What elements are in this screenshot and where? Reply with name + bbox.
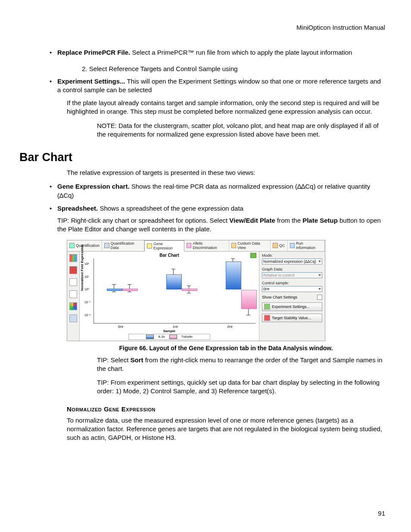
legend-il1b: IL1b (158, 335, 165, 339)
tab-custom-data-view[interactable]: Custom Data View (229, 240, 271, 251)
step-2: 2. Select Reference Targets and Control … (82, 65, 385, 73)
note-clustergram: NOTE: Data for the clustergram, scatter … (97, 121, 385, 139)
barchart-intro: The relative expression of targets is pr… (67, 168, 385, 177)
show-chart-settings-checkbox[interactable] (317, 295, 322, 300)
experiment-settings-label: Experiment Settings... (272, 305, 310, 309)
subhead-normalized: Normalized Gene Expression (67, 405, 385, 413)
barchart-icon (147, 243, 152, 249)
bar-il1b-2hr (226, 261, 241, 289)
bar-tubulin-1hr (182, 289, 197, 291)
tip2a: TIP: Select (97, 356, 131, 364)
clustergram-tool-icon[interactable] (69, 266, 77, 274)
para-plate-layout: If the plate layout already contains tar… (67, 99, 385, 116)
tab-qc[interactable]: QC (271, 240, 288, 251)
chart-legend: IL1b Tubulin (128, 334, 210, 340)
bullet-replace-primepcr: Replace PrimePCR File. Select a PrimePCR… (50, 48, 385, 57)
tab-run-information-label: Run Information (296, 241, 322, 250)
ss-text: Shows a spreadsheet of the gene expressi… (98, 205, 243, 212)
scatter-icon (187, 243, 192, 248)
heading-bar-chart: Bar Chart (19, 151, 385, 164)
graph-data-select[interactable]: Relative to control (262, 272, 322, 278)
ss-bold: Spreadsheet. (57, 205, 98, 212)
tip1d: Plate Setup (302, 217, 338, 224)
chart-icon (69, 243, 75, 248)
tab-custom-data-view-label: Custom Data View (237, 241, 268, 250)
normalized-paragraph: To normalize data, use the measured expr… (67, 416, 385, 442)
custom-icon (231, 243, 237, 248)
ytick: 10⁻² (84, 314, 90, 317)
mode-label: Mode: (262, 253, 322, 258)
data-analysis-window: Quantification Quantification Data Gene … (67, 240, 325, 341)
graph-data-value: Relative to control (263, 273, 294, 277)
mode-value: Normalized expression (∆∆Cq) (263, 259, 316, 264)
target-stability-button[interactable]: Target Stability Value... (262, 314, 322, 322)
tab-quantification-data[interactable]: Quantification Data (102, 240, 144, 251)
tab-quantification-data-label: Quantification Data (111, 241, 142, 250)
tip2b: Sort (131, 356, 143, 364)
control-sample-value: 0Hr (263, 287, 270, 291)
target-icon (264, 315, 270, 321)
bullet-spreadsheet: Spreadsheet. Shows a spreadsheet of the … (50, 204, 385, 234)
xtick: 2Hr (227, 325, 233, 329)
tab-gene-expression-label: Gene Expression (153, 242, 182, 250)
bullet-gene-expression-chart: Gene Expression chart. Shows the real-ti… (50, 182, 385, 200)
ytick: 10² (84, 262, 89, 265)
chevron-down-icon (318, 274, 321, 276)
exp-bold: Experiment Settings... (57, 78, 125, 85)
bullet-experiment-settings: Experiment Settings... This will open th… (50, 77, 385, 95)
y-axis-label: Normalized Fold Expression (80, 244, 84, 291)
chart-legend-toggle-icon[interactable] (250, 253, 256, 258)
gec-bold: Gene Expression chart. (57, 183, 130, 190)
mode-select[interactable]: Normalized expression (∆∆Cq) (262, 258, 322, 264)
spreadsheet-tool-icon[interactable] (69, 314, 77, 322)
tab-run-information[interactable]: Run Information (288, 240, 325, 251)
side-panel: Mode: Normalized expression (∆∆Cq) Graph… (259, 252, 325, 341)
x-axis-label: Sample (81, 329, 257, 333)
tabstrip: Quantification Quantification Data Gene … (67, 240, 325, 252)
control-sample-select[interactable]: 0Hr (262, 286, 322, 292)
show-chart-settings-label: Show Chart Settings (262, 295, 297, 299)
tip1b: View/Edit Plate (229, 217, 275, 224)
tip1c: from the (275, 217, 302, 224)
figure-caption: Figure 66. Layout of the Gene Expression… (67, 345, 385, 352)
replace-bold: Replace PrimePCR File. (57, 49, 130, 56)
legend-swatch-pink (169, 335, 177, 339)
error-bar (114, 284, 114, 292)
tab-qc-label: QC (279, 243, 285, 248)
heatmap-tool-icon[interactable] (69, 302, 77, 310)
xtick: 1Hr (173, 325, 178, 329)
chart-area: Bar Chart Normalized Fold Expression 10²… (79, 252, 259, 341)
bar-chart-plot[interactable]: Normalized Fold Expression 10² 10¹ 10⁰ 1… (93, 258, 255, 324)
graph-data-label: Graph Data: (262, 267, 322, 271)
qc-icon (273, 243, 278, 248)
error-bar (129, 284, 130, 292)
table-icon (104, 243, 109, 248)
chevron-down-icon (318, 261, 321, 262)
barchart-tool-icon[interactable] (69, 254, 77, 262)
chart-title: Bar Chart (159, 253, 179, 258)
page-number: 91 (378, 510, 385, 517)
control-sample-label: Control sample: (262, 281, 322, 285)
ytick: 10¹ (84, 275, 89, 278)
bar-il1b-0hr (107, 289, 122, 291)
tip-view-edit-plate: TIP: Right-click any chart or spreadshee… (57, 216, 385, 234)
legend-tubulin: Tubulin (181, 335, 193, 339)
scatter-tool-icon[interactable] (69, 278, 77, 286)
experiment-settings-button[interactable]: Experiment Settings... (262, 302, 322, 311)
target-stability-label: Target Stability Value... (272, 316, 311, 320)
tab-allelic-discrimination[interactable]: Allelic Discrimination (184, 240, 229, 251)
tip-sort: TIP: Select Sort from the right-click me… (97, 356, 385, 373)
tab-quantification-label: Quantification (76, 243, 100, 248)
chart-toolbar (67, 252, 79, 341)
ytick: 10⁻¹ (84, 301, 90, 304)
tab-quantification[interactable]: Quantification (67, 240, 102, 251)
bar-tubulin-2hr (241, 290, 257, 309)
tab-gene-expression[interactable]: Gene Expression (144, 240, 184, 252)
info-icon (290, 243, 295, 248)
gear-icon (264, 304, 270, 310)
chevron-down-icon (318, 288, 321, 290)
replace-text: Select a PrimePCR™ run file from which t… (130, 49, 352, 56)
volcano-tool-icon[interactable] (69, 290, 77, 298)
xtick: 0Hr (118, 325, 124, 329)
legend-swatch-blue (146, 335, 154, 339)
